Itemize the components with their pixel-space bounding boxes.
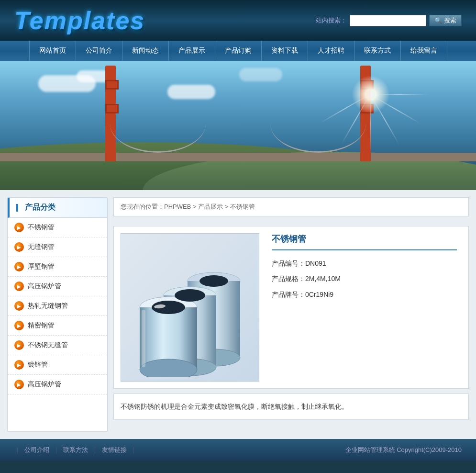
product-detail: 不锈钢管 产品编号：DN091 产品规格：2M,4M,10M 产品牌号：0Cr1… [113,226,469,389]
sidebar-item-8[interactable]: ▶ 高压锅炉管 [8,375,107,394]
navigation: 网站首页 公司简介 新闻动态 产品展示 产品订购 资料下载 人才招聘 联系方式 … [0,41,476,61]
sun-glare [352,75,390,113]
sidebar-label-3: 高压锅炉管 [28,282,61,291]
sidebar-item-0[interactable]: ▶ 不锈钢管 [8,218,107,237]
product-inner: 不锈钢管 产品编号：DN091 产品规格：2M,4M,10M 产品牌号：0Cr1… [121,233,462,382]
footer-sep-1: ｜ [53,446,59,454]
banner [0,61,476,190]
sidebar-item-2[interactable]: ▶ 厚壁钢管 [8,257,107,277]
search-button-label: 搜索 [444,16,456,25]
sun-ray-4 [370,94,371,152]
svg-point-10 [175,289,205,302]
nav-item-about[interactable]: 公司简介 [76,41,122,61]
sidebar-icon-5: ▶ [14,321,24,330]
product-desc-text: 不锈钢防锈的机理是合金元素变成致密氧化膜，断绝氧接触，制止继承氧化。 [121,403,348,410]
sun-ray-3 [370,94,399,145]
footer-sep-start: ｜ [14,446,21,454]
sidebar-label-0: 不锈钢管 [28,223,55,232]
sidebar-icon-3: ▶ [14,282,24,291]
sun-ray-1 [371,94,428,95]
product-code-label: 产品编号： [272,259,305,267]
sidebar-icon-6: ▶ [14,340,24,350]
bridge-road [0,153,476,161]
sidebar: 产品分类 ▶ 不锈钢管 ▶ 无缝钢管 ▶ 厚壁钢管 ▶ 高压锅炉管 ▶ 热轧无缝… [7,197,108,432]
product-code-row: 产品编号：DN091 [272,258,457,269]
product-brand-label: 产品牌号： [272,291,305,298]
cable-left [110,95,206,153]
nav-item-jobs[interactable]: 人才招聘 [308,41,354,61]
nav-item-contact[interactable]: 联系方式 [354,41,401,61]
sidebar-icon-2: ▶ [14,262,24,271]
product-spec-label: 产品规格： [272,275,305,282]
sidebar-icon-1: ▶ [14,242,24,252]
footer-copyright: 企业网站管理系统 Copyright(C)2009-2010 [345,446,462,454]
sidebar-icon-8: ▶ [14,380,24,389]
product-svg [125,238,255,377]
footer: ｜ 公司介绍 ｜ 联系方法 ｜ 友情链接 ｜ 企业网站管理系统 Copyrigh… [0,439,476,461]
sidebar-icon-0: ▶ [14,223,24,232]
nav-item-message[interactable]: 给我留言 [401,41,447,61]
sidebar-label-6: 不锈钢无缝管 [28,341,68,349]
sidebar-item-7[interactable]: ▶ 镀锌管 [8,355,107,375]
nav-item-products[interactable]: 产品展示 [169,41,215,61]
nav-item-order[interactable]: 产品订购 [215,41,262,61]
nav-item-news[interactable]: 新闻动态 [122,41,169,61]
search-area: 站内搜索： 🔍 搜索 [316,15,462,26]
sidebar-item-4[interactable]: ▶ 热轧无缝钢管 [8,296,107,316]
breadcrumb: 您现在的位置：PHPWEB > 产品展示 > 不锈钢管 [113,197,469,216]
sidebar-title-bar [16,204,18,212]
main-content: 产品分类 ▶ 不锈钢管 ▶ 无缝钢管 ▶ 厚壁钢管 ▶ 高压锅炉管 ▶ 热轧无缝… [0,190,476,439]
sidebar-label-8: 高压锅炉管 [28,380,61,389]
sidebar-label-1: 无缝钢管 [28,243,55,251]
logo: Templates [14,6,145,35]
content-area: 您现在的位置：PHPWEB > 产品展示 > 不锈钢管 [113,197,469,432]
svg-point-11 [199,275,228,287]
product-brand-row: 产品牌号：0Cr19Ni9 [272,289,457,300]
footer-link-2[interactable]: 友情链接 [102,446,127,454]
footer-link-1[interactable]: 联系方法 [63,446,88,454]
footer-sep-end: ｜ [131,446,137,454]
breadcrumb-text: 您现在的位置：PHPWEB > 产品展示 > 不锈钢管 [121,203,255,210]
svg-rect-13 [142,310,145,367]
footer-links: ｜ 公司介绍 ｜ 联系方法 ｜ 友情链接 ｜ [14,446,137,454]
header: Templates 站内搜索： 🔍 搜索 [0,0,476,41]
footer-sep-2: ｜ [92,446,98,454]
sidebar-item-6[interactable]: ▶ 不锈钢无缝管 [8,336,107,355]
sidebar-icon-4: ▶ [14,301,24,311]
sidebar-title: 产品分类 [8,198,107,218]
product-spec-row: 产品规格：2M,4M,10M [272,273,457,284]
sidebar-label-4: 热轧无缝钢管 [28,302,68,310]
sidebar-icon-7: ▶ [14,360,24,370]
search-button[interactable]: 🔍 搜索 [429,15,462,26]
sidebar-item-1[interactable]: ▶ 无缝钢管 [8,237,107,257]
sidebar-item-3[interactable]: ▶ 高压锅炉管 [8,277,107,296]
product-title: 不锈钢管 [272,233,457,250]
footer-link-0[interactable]: 公司介绍 [24,446,49,454]
sidebar-label-2: 厚壁钢管 [28,262,55,271]
product-brand-value: 0Cr19Ni9 [305,291,333,298]
product-image [121,233,259,382]
search-icon: 🔍 [434,17,442,24]
sidebar-title-label: 产品分类 [25,203,55,213]
search-label: 站内搜索： [316,16,347,25]
product-code-value: DN091 [305,259,326,267]
sidebar-item-5[interactable]: ▶ 精密钢管 [8,316,107,336]
nav-item-download[interactable]: 资料下载 [262,41,308,61]
sidebar-label-7: 镀锌管 [28,360,48,369]
product-description: 不锈钢防锈的机理是合金元素变成致密氧化膜，断绝氧接触，制止继承氧化。 [113,394,469,420]
product-spec-value: 2M,4M,10M [305,275,341,282]
nav-item-home[interactable]: 网站首页 [29,41,76,61]
product-info: 不锈钢管 产品编号：DN091 产品规格：2M,4M,10M 产品牌号：0Cr1… [267,233,462,382]
sidebar-label-5: 精密钢管 [28,321,55,330]
cloud-4 [239,68,282,81]
search-input[interactable] [350,15,426,26]
